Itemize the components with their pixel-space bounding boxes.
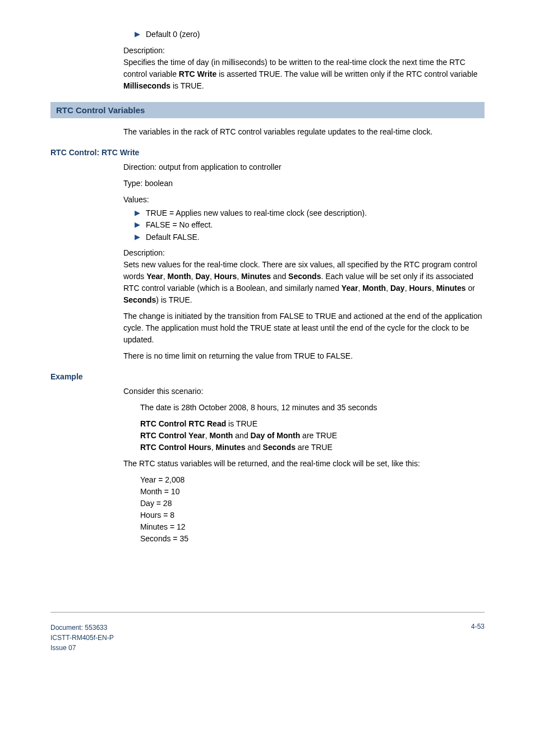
result-year: Year = 2,008 (140, 475, 185, 484)
sep: , (386, 284, 390, 293)
bullet-default-zero: ▶ Default 0 (zero) (135, 29, 485, 40)
month-bold: Month (362, 284, 386, 293)
sep: and (233, 431, 250, 440)
bullet-arrow-icon: ▶ (135, 232, 140, 242)
footer-left: Document: 553633 ICSTT-RM405f-EN-P Issue… (50, 623, 114, 653)
minutes-bold: Minutes (241, 272, 271, 281)
result-hours: Hours = 8 (140, 511, 174, 520)
result-values: Year = 2,008 Month = 10 Day = 28 Hours =… (140, 474, 485, 545)
direction-text: Direction: output from application to co… (123, 161, 485, 173)
value-bullet-true: ▶ TRUE = Applies new values to real-time… (135, 208, 485, 219)
bullet-arrow-icon: ▶ (135, 220, 140, 230)
sep: , (432, 284, 436, 293)
hours-bold: Hours (214, 272, 237, 281)
month-bold: Month (168, 272, 191, 281)
type-text: Type: boolean (123, 178, 485, 189)
result-day: Day = 28 (140, 499, 172, 508)
sep: , (211, 443, 216, 452)
seconds-bold: Seconds (288, 272, 321, 281)
bullet-text: FALSE = No effect. (146, 220, 213, 231)
desc-text-part: is TRUE. (170, 81, 204, 90)
bullet-text: Default FALSE. (146, 232, 200, 243)
description-block-1: Description: Specifies the time of day (… (123, 45, 485, 92)
bullet-text: Default 0 (zero) (146, 29, 200, 40)
example-conditions: RTC Control RTC Read is TRUE RTC Control… (140, 418, 485, 453)
result-intro: The RTC status variables will be returne… (123, 458, 485, 470)
ex-line1-tail: is TRUE (226, 419, 257, 428)
bullet-arrow-icon: ▶ (135, 208, 140, 218)
footer-code: ICSTT-RM405f-EN-P (50, 634, 114, 642)
description-label: Description: (123, 46, 165, 55)
bullet-arrow-icon: ▶ (135, 29, 140, 39)
description-block-2: Description: Sets new values for the rea… (123, 247, 485, 306)
year-bold: Year (342, 284, 358, 293)
result-month: Month = 10 (140, 487, 179, 496)
band-paragraph: The variables in the rack of RTC control… (123, 126, 485, 138)
footer-page-number: 4-53 (471, 623, 485, 653)
ex-line2-bold: RTC Control Year (140, 431, 205, 440)
sep: , (210, 272, 214, 281)
sep: , (163, 272, 168, 281)
desc2-para2: The change is initiated by the transitio… (123, 310, 485, 346)
month-bold: Month (209, 431, 233, 440)
sep: and (245, 443, 262, 452)
example-intro: Consider this scenario: (123, 386, 485, 397)
sep: , (237, 272, 241, 281)
ex-line1-bold: RTC Control RTC Read (140, 419, 226, 428)
hours-bold: Hours (409, 284, 431, 293)
milliseconds-bold: Milliseconds (123, 81, 170, 90)
description-label: Description: (123, 248, 165, 257)
example-date: The date is 28th October 2008, 8 hours, … (140, 402, 485, 414)
subhead-example: Example (50, 372, 485, 381)
sep: or (466, 284, 475, 293)
value-bullet-default: ▶ Default FALSE. (135, 232, 485, 243)
ex-line3-tail: are TRUE (296, 443, 333, 452)
footer-document: Document: 553633 (50, 624, 107, 632)
bullet-text: TRUE = Applies new values to real-time c… (146, 208, 367, 219)
desc2-para3: There is no time limit on returning the … (123, 350, 485, 362)
minutes-bold: Minutes (216, 443, 246, 452)
values-label: Values: (123, 194, 485, 206)
page-footer: Document: 553633 ICSTT-RM405f-EN-P Issue… (50, 612, 485, 653)
day-of-month-bold: Day of Month (251, 431, 301, 440)
sep: and (271, 272, 288, 281)
footer-issue: Issue 07 (50, 644, 76, 652)
value-bullet-false: ▶ FALSE = No effect. (135, 220, 485, 231)
desc-text-part: is asserted TRUE. The value will be writ… (216, 69, 477, 78)
seconds-bold: Seconds (123, 295, 156, 304)
subhead-rtc-write: RTC Control: RTC Write (50, 148, 485, 157)
section-band-rtc-control: RTC Control Variables (50, 102, 485, 118)
year-bold: Year (146, 272, 163, 281)
ex-line2-tail: are TRUE (300, 431, 337, 440)
desc2-text: ) is TRUE. (156, 295, 192, 304)
day-bold: Day (195, 272, 210, 281)
rtc-write-bold: RTC Write (179, 69, 216, 78)
seconds-bold: Seconds (263, 443, 296, 452)
result-minutes: Minutes = 12 (140, 522, 186, 531)
minutes-bold: Minutes (436, 284, 466, 293)
ex-line3-bold: RTC Control Hours (140, 443, 211, 452)
day-bold: Day (390, 284, 405, 293)
result-seconds: Seconds = 35 (140, 534, 188, 543)
